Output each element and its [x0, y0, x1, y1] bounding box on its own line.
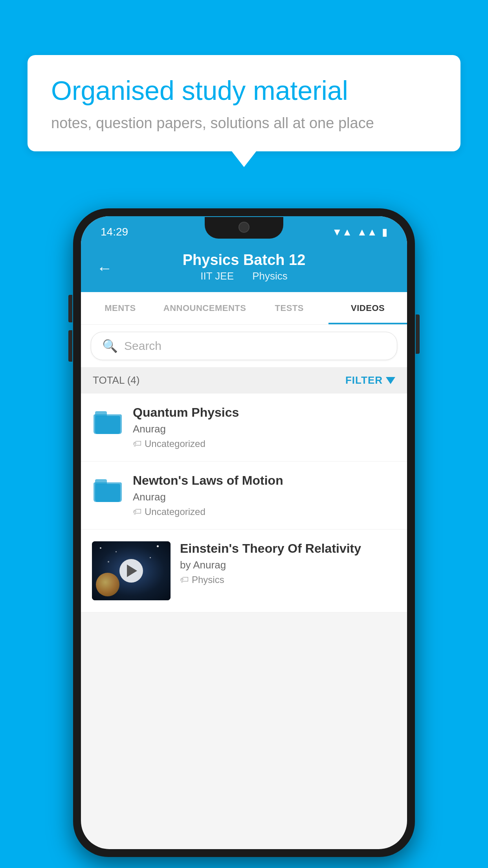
thumbnail-planet	[96, 573, 119, 596]
video-tag: 🏷 Uncategorized	[133, 506, 396, 517]
speech-bubble-subtitle: notes, question papers, solutions all at…	[51, 115, 437, 132]
list-item[interactable]: Einstein's Theory Of Relativity by Anura…	[81, 530, 407, 612]
video-thumbnail	[92, 541, 171, 600]
tab-videos[interactable]: VIDEOS	[328, 292, 407, 324]
folder-icon	[92, 475, 123, 506]
video-tag: 🏷 Physics	[180, 574, 396, 585]
header-title: Physics Batch 12	[97, 252, 391, 268]
power-button	[416, 314, 420, 354]
header-subtitle-iitjee: IIT JEE	[200, 270, 234, 282]
tag-label: Physics	[192, 574, 224, 585]
video-author: by Anurag	[180, 559, 396, 571]
phone-screen: 14:29 ▼▲ ▲▲ ▮ ← Physics Batch 12 IIT JEE…	[81, 216, 407, 849]
video-author: Anurag	[133, 423, 396, 435]
video-info: Einstein's Theory Of Relativity by Anura…	[180, 541, 396, 585]
tabs-container: MENTS ANNOUNCEMENTS TESTS VIDEOS	[81, 292, 407, 325]
battery-icon: ▮	[382, 226, 387, 238]
phone-outer: 14:29 ▼▲ ▲▲ ▮ ← Physics Batch 12 IIT JEE…	[73, 208, 415, 857]
video-title: Einstein's Theory Of Relativity	[180, 541, 396, 556]
tag-icon: 🏷	[180, 575, 189, 585]
search-container: 🔍 Search	[81, 325, 407, 367]
front-camera	[238, 222, 250, 233]
filter-label: FILTER	[345, 374, 383, 386]
video-title: Quantum Physics	[133, 405, 396, 420]
status-time: 14:29	[101, 226, 128, 238]
search-input[interactable]: Search	[124, 339, 161, 353]
header-subtitle: IIT JEE Physics	[97, 270, 391, 282]
video-info: Newton's Laws of Motion Anurag 🏷 Uncateg…	[133, 473, 396, 517]
search-icon: 🔍	[102, 338, 118, 353]
signal-icon: ▲▲	[357, 226, 377, 238]
list-item[interactable]: Quantum Physics Anurag 🏷 Uncategorized	[81, 394, 407, 462]
video-list: Quantum Physics Anurag 🏷 Uncategorized	[81, 394, 407, 612]
tab-tests[interactable]: TESTS	[250, 292, 328, 324]
search-bar[interactable]: 🔍 Search	[91, 332, 397, 360]
volume-up-button	[68, 295, 72, 322]
folder-icon	[92, 407, 123, 438]
list-item[interactable]: Newton's Laws of Motion Anurag 🏷 Uncateg…	[81, 462, 407, 530]
back-button[interactable]: ←	[97, 259, 112, 277]
speech-bubble-card: Organised study material notes, question…	[28, 55, 460, 151]
phone-wrapper: 14:29 ▼▲ ▲▲ ▮ ← Physics Batch 12 IIT JEE…	[73, 208, 415, 857]
filter-triangle-icon	[386, 377, 395, 384]
play-button[interactable]	[119, 559, 143, 583]
app-header: ← Physics Batch 12 IIT JEE Physics	[81, 244, 407, 292]
filter-button[interactable]: FILTER	[345, 374, 395, 386]
phone-notch	[205, 217, 283, 239]
video-title: Newton's Laws of Motion	[133, 473, 396, 488]
play-icon	[127, 565, 137, 577]
volume-down-button	[68, 330, 72, 362]
tag-label: Uncategorized	[145, 438, 205, 449]
filter-bar: TOTAL (4) FILTER	[81, 367, 407, 394]
total-count: TOTAL (4)	[93, 374, 139, 386]
speech-bubble-title: Organised study material	[51, 75, 437, 107]
video-author: Anurag	[133, 491, 396, 503]
tab-ments[interactable]: MENTS	[81, 292, 160, 324]
wifi-icon: ▼▲	[332, 226, 352, 238]
video-tag: 🏷 Uncategorized	[133, 438, 396, 449]
tab-announcements[interactable]: ANNOUNCEMENTS	[160, 292, 250, 324]
video-info: Quantum Physics Anurag 🏷 Uncategorized	[133, 405, 396, 449]
header-subtitle-physics: Physics	[252, 270, 288, 282]
tag-label: Uncategorized	[145, 506, 205, 517]
status-icons: ▼▲ ▲▲ ▮	[332, 226, 387, 238]
tag-icon: 🏷	[133, 507, 141, 517]
tag-icon: 🏷	[133, 439, 141, 449]
